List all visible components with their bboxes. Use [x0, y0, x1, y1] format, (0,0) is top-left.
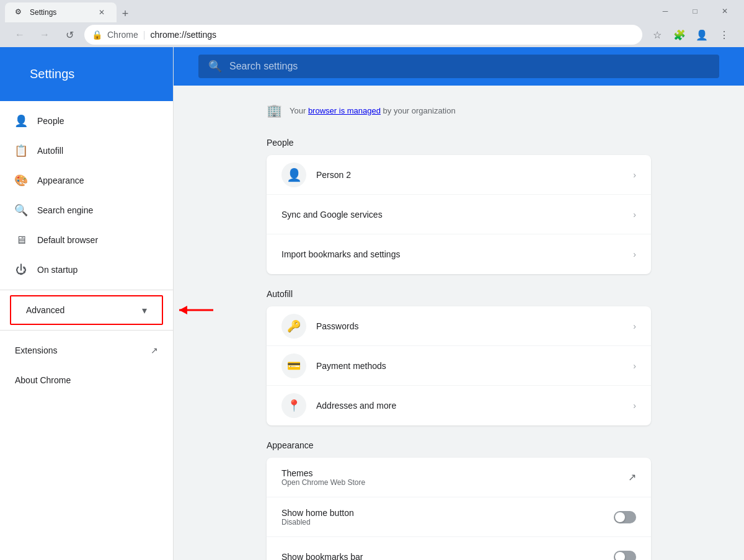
themes-row[interactable]: Themes Open Chrome Web Store ↗	[267, 458, 651, 497]
person-row-chevron: ›	[633, 170, 636, 180]
new-tab-button[interactable]: +	[117, 5, 134, 22]
advanced-button[interactable]: Advanced ▾	[10, 295, 163, 325]
tab-title: Settings	[30, 8, 92, 17]
avatar-icon: 👤	[286, 167, 302, 182]
advanced-label: Advanced	[26, 305, 142, 315]
sidebar-item-appearance[interactable]: 🎨 Appearance	[0, 166, 173, 195]
close-button[interactable]: ✕	[711, 1, 739, 21]
bookmarks-bar-toggle[interactable]	[614, 551, 636, 561]
passwords-row[interactable]: 🔑 Passwords ›	[267, 306, 651, 346]
extensions-button[interactable]: 🧩	[670, 25, 689, 45]
sync-text: Sync and Google services	[281, 210, 623, 220]
tab-close-button[interactable]: ✕	[97, 7, 107, 17]
settings-title: Settings	[15, 57, 158, 91]
passwords-row-chevron: ›	[633, 321, 636, 331]
managed-link[interactable]: browser is managed	[308, 106, 381, 115]
svg-marker-1	[179, 306, 187, 314]
lock-icon: 🔒	[92, 30, 102, 40]
sync-label: Sync and Google services	[281, 210, 623, 220]
address-bar: ← → ↺ 🔒 Chrome | chrome://settings ☆ 🧩 👤…	[0, 22, 744, 47]
profile-button[interactable]: 👤	[692, 25, 712, 45]
person-name: Person 2	[316, 170, 623, 180]
sidebar-item-label: On startup	[37, 265, 158, 275]
url-path: chrome://settings	[150, 30, 635, 40]
addresses-label: Addresses and more	[316, 401, 623, 411]
active-tab[interactable]: ⚙ Settings ✕	[5, 2, 117, 22]
home-button-toggle[interactable]	[614, 511, 636, 523]
sidebar-item-search-engine[interactable]: 🔍 Search engine	[0, 195, 173, 225]
managed-icon: 🏢	[267, 103, 282, 118]
appearance-icon: 🎨	[15, 174, 27, 187]
appearance-section-title: Appearance	[267, 440, 651, 450]
autofill-card: 🔑 Passwords › 💳 Payment methods	[267, 306, 651, 425]
payment-text: Payment methods	[316, 361, 623, 371]
search-input-wrapper[interactable]: 🔍	[198, 55, 719, 78]
themes-label: Themes	[281, 468, 618, 478]
search-bar-area: 🔍	[174, 47, 744, 86]
reload-button[interactable]: ↺	[60, 25, 79, 45]
maximize-button[interactable]: □	[681, 1, 709, 21]
search-icon: 🔍	[208, 60, 222, 73]
managed-text: Your browser is managed by your organiza…	[290, 106, 456, 115]
title-bar: ⚙ Settings ✕ + ─ □ ✕	[0, 0, 744, 22]
sidebar-item-about-chrome[interactable]: About Chrome	[0, 365, 173, 395]
on-startup-icon: ⏻	[15, 264, 27, 276]
import-row[interactable]: Import bookmarks and settings ›	[267, 234, 651, 274]
credit-card-icon: 💳	[286, 359, 301, 373]
sidebar-nav: 👤 People 📋 Autofill 🎨 Appearance 🔍 Searc…	[0, 101, 173, 560]
bookmarks-bar-row[interactable]: Show bookmarks bar	[267, 537, 651, 560]
url-bar[interactable]: 🔒 Chrome | chrome://settings	[84, 25, 642, 45]
url-domain: Chrome	[107, 30, 138, 40]
tab-strip: ⚙ Settings ✕ +	[5, 0, 134, 22]
sidebar-item-label: Default browser	[37, 235, 158, 245]
toggle-knob	[615, 512, 625, 522]
autofill-icon: 📋	[15, 144, 27, 157]
home-button-text: Show home button Disabled	[281, 508, 604, 527]
tab-favicon: ⚙	[15, 7, 25, 17]
minimize-button[interactable]: ─	[651, 1, 680, 21]
managed-banner: 🏢 Your browser is managed by your organi…	[267, 96, 651, 128]
url-separator: |	[143, 30, 146, 40]
advanced-section: Advanced ▾	[0, 295, 173, 325]
people-card: 👤 Person 2 › Sync and Google services ›	[267, 155, 651, 274]
settings-header: Settings	[0, 47, 173, 101]
person-avatar: 👤	[281, 162, 306, 187]
search-engine-icon: 🔍	[15, 204, 27, 216]
toolbar-icons: ☆ 🧩 👤 ⋮	[647, 25, 734, 45]
sidebar-item-on-startup[interactable]: ⏻ On startup	[0, 255, 173, 285]
addresses-row[interactable]: 📍 Addresses and more ›	[267, 386, 651, 425]
search-input[interactable]	[229, 61, 709, 72]
home-button-label: Show home button	[281, 508, 604, 518]
back-button[interactable]: ←	[10, 25, 30, 45]
addresses-row-chevron: ›	[633, 401, 636, 411]
menu-button[interactable]: ⋮	[714, 25, 734, 45]
sidebar-item-label: Autofill	[37, 146, 158, 156]
themes-external-link-icon[interactable]: ↗	[628, 471, 636, 483]
payment-label: Payment methods	[316, 361, 623, 371]
person-row[interactable]: 👤 Person 2 ›	[267, 155, 651, 195]
sidebar-item-autofill[interactable]: 📋 Autofill	[0, 136, 173, 166]
sidebar-item-extensions[interactable]: Extensions ↗	[0, 336, 173, 365]
forward-button[interactable]: →	[35, 25, 55, 45]
sync-row-chevron: ›	[633, 210, 636, 220]
sync-row[interactable]: Sync and Google services ›	[267, 195, 651, 234]
toggle-knob-2	[615, 552, 625, 561]
window-controls: ─ □ ✕	[651, 1, 739, 21]
nav-divider	[0, 290, 173, 290]
payment-row[interactable]: 💳 Payment methods ›	[267, 346, 651, 386]
people-icon: 👤	[15, 115, 27, 127]
home-button-sub: Disabled	[281, 518, 604, 527]
sidebar-item-label: People	[37, 116, 158, 126]
passwords-icon-container: 🔑	[281, 314, 306, 339]
payment-icon-container: 💳	[281, 353, 306, 378]
settings-container: Settings 👤 People 📋 Autofill 🎨 Appearanc…	[0, 47, 744, 560]
extensions-label: Extensions	[15, 345, 146, 355]
home-button-row[interactable]: Show home button Disabled	[267, 497, 651, 537]
sidebar-item-default-browser[interactable]: 🖥 Default browser	[0, 225, 173, 255]
bookmark-button[interactable]: ☆	[647, 25, 667, 45]
sidebar-item-people[interactable]: 👤 People	[0, 106, 173, 136]
addresses-text: Addresses and more	[316, 401, 623, 411]
external-link-icon: ↗	[151, 345, 158, 355]
payment-row-chevron: ›	[633, 361, 636, 371]
autofill-section-title: Autofill	[267, 289, 651, 299]
